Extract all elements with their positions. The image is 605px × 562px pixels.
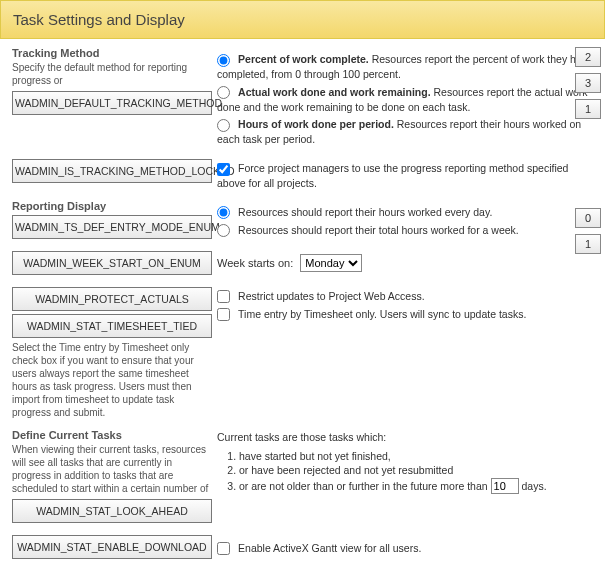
wadmin-week-start-button[interactable]: WADMIN_WEEK_START_ON_ENUM — [12, 251, 212, 275]
current-title: Define Current Tasks — [12, 429, 209, 441]
current-lead: Current tasks are those tasks which: — [217, 431, 593, 443]
wadmin-look-ahead-button[interactable]: WADMIN_STAT_LOOK_AHEAD — [12, 499, 212, 523]
reporting-badge-1[interactable]: 0 — [575, 208, 601, 228]
week-start-row: WADMIN_WEEK_START_ON_ENUM Week starts on… — [12, 248, 593, 278]
wadmin-tracking-locked-button[interactable]: WADMIN_IS_TRACKING_METHOD_LOCKED — [12, 159, 212, 183]
wadmin-protect-actuals-button[interactable]: WADMIN_PROTECT_ACTUALS — [12, 287, 212, 311]
enable-gantt-option[interactable]: Enable ActiveX Gantt view for all users. — [217, 541, 593, 556]
wadmin-default-tracking-method-button[interactable]: WADMIN_DEFAULT_TRACKING_METHOD — [12, 91, 212, 115]
reporting-opt-daily[interactable]: Resources should report their hours work… — [217, 205, 593, 220]
current-li-3: or are not older than or further in the … — [239, 478, 593, 494]
reporting-radio-weekly[interactable] — [217, 224, 230, 237]
enable-gantt-checkbox[interactable] — [217, 542, 230, 555]
current-list: have started but not yet finished, or ha… — [239, 449, 593, 494]
tracking-radio-hours[interactable] — [217, 119, 230, 132]
week-start-label: Week starts on: — [217, 257, 293, 269]
tracking-opt-hours[interactable]: Hours of work done per period. Resources… — [217, 117, 593, 147]
reporting-opt-weekly[interactable]: Resources should report their total hour… — [217, 223, 593, 238]
current-desc: When viewing their current tasks, resour… — [12, 443, 209, 495]
tracking-badge-1[interactable]: 2 — [575, 47, 601, 67]
force-pm-checkbox[interactable] — [217, 163, 230, 176]
restrict-option[interactable]: Restrict updates to Project Web Access. — [217, 289, 593, 304]
tracking-opt-percent[interactable]: Percent of work complete. Resources repo… — [217, 52, 593, 82]
tracking-radio-actual[interactable] — [217, 86, 230, 99]
tied-option[interactable]: Time entry by Timesheet only. Users will… — [217, 307, 593, 322]
week-start-select[interactable]: Monday — [300, 254, 362, 272]
tracking-title: Tracking Method — [12, 47, 209, 59]
force-pm-option[interactable]: Force project managers to use the progre… — [217, 161, 593, 191]
gantt-row: WADMIN_STAT_ENABLE_DOWNLOAD ActiveX cont… — [12, 532, 593, 562]
reporting-row: Reporting Display WADMIN_TS_DEF_ENTRY_MO… — [12, 200, 593, 242]
tracking-desc: Specify the default method for reporting… — [12, 61, 209, 87]
wadmin-enable-download-button[interactable]: WADMIN_STAT_ENABLE_DOWNLOAD — [12, 535, 212, 559]
tracking-badge-3[interactable]: 1 — [575, 99, 601, 119]
tracking-locked-row: WADMIN_IS_TRACKING_METHOD_LOCKED Force p… — [12, 156, 593, 194]
wadmin-timesheet-tied-button[interactable]: WADMIN_STAT_TIMESHEET_TIED — [12, 314, 212, 338]
wadmin-entry-mode-button[interactable]: WADMIN_TS_DEF_ENTRY_MODE_ENUM — [12, 215, 212, 239]
look-ahead-days-input[interactable] — [491, 478, 519, 494]
current-li-1: have started but not yet finished, — [239, 449, 593, 464]
tracking-badge-2[interactable]: 3 — [575, 73, 601, 93]
page-title: Task Settings and Display — [13, 11, 185, 28]
current-li-2: or have been rejected and not yet resubm… — [239, 463, 593, 478]
tracking-opt-actual[interactable]: Actual work done and work remaining. Res… — [217, 85, 593, 115]
protect-tied-row: WADMIN_PROTECT_ACTUALS WADMIN_STAT_TIMES… — [12, 284, 593, 423]
page-header: Task Settings and Display — [0, 0, 605, 39]
tied-checkbox[interactable] — [217, 308, 230, 321]
reporting-title: Reporting Display — [12, 200, 209, 212]
reporting-radio-daily[interactable] — [217, 206, 230, 219]
tracking-radio-percent[interactable] — [217, 54, 230, 67]
tied-desc: Select the Time entry by Timesheet only … — [12, 341, 209, 419]
tracking-row: Tracking Method Specify the default meth… — [12, 47, 593, 150]
restrict-checkbox[interactable] — [217, 290, 230, 303]
current-tasks-row: Define Current Tasks When viewing their … — [12, 429, 593, 526]
